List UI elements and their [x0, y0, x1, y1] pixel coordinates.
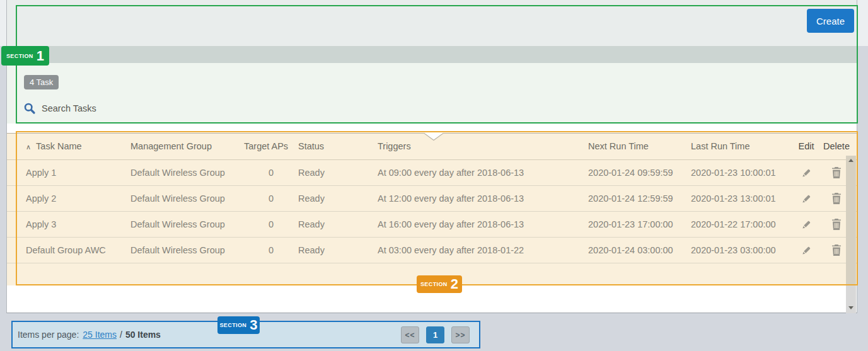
column-header-status[interactable]: Status — [298, 141, 378, 151]
items-per-page-label: Items per page: — [18, 330, 79, 340]
search-icon — [23, 102, 36, 115]
task-scheduler-page: Create 4 Task ∧Task Name Management Grou… — [0, 0, 868, 351]
cell-task-name: Default Group AWC — [26, 245, 130, 255]
vertical-scrollbar[interactable] — [846, 156, 856, 313]
pencil-icon — [801, 193, 812, 204]
table-row[interactable]: Apply 2 Default Wireless Group 0 Ready A… — [7, 186, 857, 212]
cell-task-name: Apply 1 — [26, 168, 130, 178]
section-1-badge: SECTION 1 — [1, 46, 49, 66]
cell-status: Ready — [298, 193, 378, 204]
cell-next-run-time: 2020-01-24 09:59:59 — [588, 168, 691, 178]
panel-top-area — [7, 0, 857, 46]
cell-last-run-time: 2020-01-22 17:00:00 — [691, 219, 792, 229]
cell-management-group: Default Wireless Group — [130, 245, 244, 255]
cell-management-group: Default Wireless Group — [130, 168, 244, 178]
column-header-edit: Edit — [792, 141, 821, 151]
cell-last-run-time: 2020-01-23 13:00:01 — [691, 193, 792, 204]
cell-triggers: At 03:00 every day after 2018-01-22 — [378, 245, 588, 255]
sort-asc-icon[interactable]: ∧ — [26, 143, 31, 151]
cell-status: Ready — [298, 168, 378, 178]
table-body: Apply 1 Default Wireless Group 0 Ready A… — [7, 160, 857, 263]
trash-icon — [831, 219, 842, 230]
page-1-button[interactable]: 1 — [426, 326, 444, 343]
pencil-icon — [801, 245, 812, 256]
cell-task-name: Apply 3 — [26, 219, 130, 229]
total-items-label: 50 Items — [125, 330, 161, 340]
scroll-down-icon[interactable] — [848, 306, 854, 309]
cell-next-run-time: 2020-01-24 03:00:00 — [588, 245, 691, 255]
cell-task-name: Apply 2 — [26, 193, 130, 204]
cell-management-group: Default Wireless Group — [130, 193, 244, 204]
table-row[interactable]: Apply 1 Default Wireless Group 0 Ready A… — [7, 160, 857, 186]
scrollbar-track-upper[interactable] — [846, 156, 856, 285]
items-per-page-group: Items per page: 25 Items / 50 Items — [18, 322, 161, 347]
cell-target-aps: 0 — [244, 168, 298, 178]
edit-button[interactable] — [792, 168, 821, 178]
cell-status: Ready — [298, 219, 378, 229]
column-header-next-run-time[interactable]: Next Run Time — [588, 141, 691, 151]
cell-last-run-time: 2020-01-23 10:00:01 — [691, 168, 792, 178]
scroll-up-icon[interactable] — [848, 159, 854, 162]
cell-management-group: Default Wireless Group — [130, 219, 244, 229]
cell-target-aps: 0 — [244, 245, 298, 255]
cell-triggers: At 12:00 every day after 2018-06-13 — [378, 193, 588, 204]
search-row — [23, 101, 243, 116]
column-header-target-aps[interactable]: Target APs — [244, 141, 298, 151]
tasks-panel: Create 4 Task ∧Task Name Management Grou… — [6, 0, 857, 313]
items-separator: / — [120, 330, 122, 340]
collapse-notch-icon[interactable] — [7, 132, 857, 142]
cell-status: Ready — [298, 245, 378, 255]
cell-triggers: At 09:00 every day after 2018-06-13 — [378, 168, 588, 178]
column-header-task-name[interactable]: ∧Task Name — [26, 141, 130, 151]
edit-button[interactable] — [792, 219, 821, 230]
cell-next-run-time: 2020-01-24 12:59:59 — [588, 193, 691, 204]
trash-icon — [831, 245, 842, 256]
column-header-delete: Delete — [821, 141, 852, 151]
table-row[interactable]: Apply 3 Default Wireless Group 0 Ready A… — [7, 212, 857, 238]
table-row[interactable]: Default Group AWC Default Wireless Group… — [7, 238, 857, 263]
next-page-button[interactable]: >> — [451, 326, 470, 343]
edit-button[interactable] — [792, 193, 821, 204]
cell-next-run-time: 2020-01-23 17:00:00 — [588, 219, 691, 229]
trash-icon — [831, 193, 842, 204]
pager: << 1 >> — [401, 326, 470, 343]
pencil-icon — [801, 219, 812, 230]
task-count-badge: 4 Task — [24, 75, 59, 89]
task-table: ∧Task Name Management Group Target APs S… — [7, 133, 857, 285]
prev-page-button[interactable]: << — [401, 326, 419, 343]
create-button[interactable]: Create — [807, 9, 854, 33]
search-input[interactable] — [42, 103, 243, 113]
cell-triggers: At 16:00 every day after 2018-06-13 — [378, 219, 588, 229]
column-header-triggers[interactable]: Triggers — [378, 141, 588, 151]
section-2-badge: SECTION 2 — [417, 275, 462, 293]
panel-divider-bar — [7, 46, 857, 63]
trash-icon — [831, 167, 842, 178]
cell-last-run-time: 2020-01-23 03:00:00 — [691, 245, 792, 255]
column-header-last-run-time[interactable]: Last Run Time — [691, 141, 792, 151]
cell-target-aps: 0 — [244, 193, 298, 204]
pencil-icon — [801, 168, 812, 178]
column-header-management-group[interactable]: Management Group — [130, 141, 244, 151]
edit-button[interactable] — [792, 245, 821, 256]
page-size-link[interactable]: 25 Items — [83, 330, 117, 340]
section-3-badge: SECTION 3 — [217, 316, 260, 334]
cell-target-aps: 0 — [244, 219, 298, 229]
